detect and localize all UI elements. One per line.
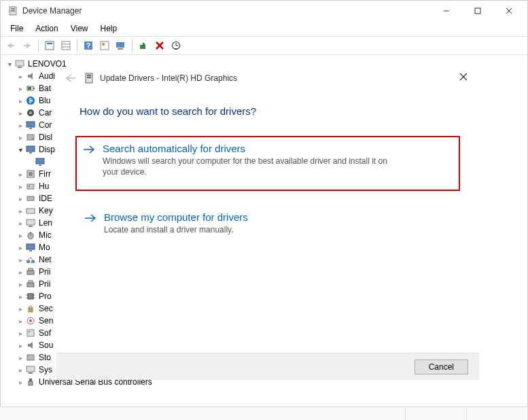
option-search-automatically[interactable]: Search automatically for drivers Windows…: [75, 136, 460, 191]
svg-point-35: [32, 138, 33, 139]
expand-icon[interactable]: ▸: [16, 330, 25, 337]
expand-icon[interactable]: ▸: [16, 354, 25, 362]
svg-line-56: [28, 258, 31, 260]
print-icon: [25, 279, 36, 290]
svg-rect-2: [11, 10, 15, 12]
expand-icon[interactable]: ▸: [16, 73, 25, 80]
print-icon: [25, 266, 36, 277]
expand-icon[interactable]: ▸: [16, 207, 25, 215]
svg-rect-28: [28, 87, 31, 90]
svg-point-43: [29, 186, 30, 187]
expand-icon[interactable]: ▸: [16, 342, 25, 349]
update-driver-button[interactable]: [113, 39, 128, 52]
expand-icon[interactable]: ▸: [16, 379, 25, 386]
expand-icon[interactable]: ▸: [16, 134, 25, 141]
expand-icon[interactable]: ▸: [16, 171, 25, 178]
expand-icon[interactable]: ▸: [16, 293, 25, 300]
svg-rect-58: [27, 270, 34, 275]
menu-action[interactable]: Action: [30, 22, 63, 35]
uninstall-button[interactable]: [152, 39, 167, 52]
software-icon: [25, 328, 36, 338]
properties-button[interactable]: [42, 39, 57, 52]
enable-device-button[interactable]: [136, 39, 151, 52]
expand-icon[interactable]: ▸: [16, 268, 25, 276]
svg-rect-49: [29, 226, 33, 227]
storage-icon: [25, 352, 36, 363]
tree-item-label: Sen: [39, 316, 53, 326]
svg-point-68: [29, 319, 32, 322]
show-hidden-button[interactable]: [97, 39, 112, 52]
option1-desc: Windows will search your computer for th…: [103, 156, 395, 177]
option2-title: Browse my computer for drivers: [104, 211, 248, 223]
tree-item-label: Disl: [39, 133, 52, 142]
help-button[interactable]: ?: [81, 39, 96, 52]
tree-item-label: Blu: [39, 96, 50, 105]
window-title: Device Manager: [22, 6, 431, 16]
dialog-footer: Cancel: [56, 353, 479, 380]
expand-icon[interactable]: ▸: [16, 220, 25, 227]
dialog-back-button[interactable]: [63, 73, 77, 84]
back-button[interactable]: [3, 39, 18, 52]
toolbar: ?: [1, 36, 527, 55]
expand-icon[interactable]: ▸: [16, 109, 25, 117]
scan-hardware-button[interactable]: [169, 39, 183, 52]
svg-rect-19: [118, 48, 123, 50]
expand-icon[interactable]: ▸: [16, 97, 25, 105]
minimize-button[interactable]: [431, 1, 462, 21]
svg-rect-38: [36, 158, 44, 164]
collapse-icon[interactable]: ▾: [5, 60, 14, 68]
computer-icon: [14, 58, 25, 69]
expand-icon[interactable]: ▸: [16, 256, 25, 264]
expand-icon[interactable]: ▸: [16, 317, 25, 325]
tree-item-label: Prii: [39, 267, 50, 277]
sensor-icon: [25, 315, 36, 326]
svg-rect-62: [28, 294, 33, 299]
network-icon: [25, 254, 36, 265]
maximize-button[interactable]: [462, 1, 493, 21]
svg-rect-9: [46, 41, 54, 50]
expand-icon[interactable]: ▸: [16, 281, 25, 288]
tree-item-label: Firr: [39, 169, 51, 179]
tree-item-label: IDE: [39, 194, 52, 203]
usb-icon: [25, 377, 36, 387]
expand-icon[interactable]: ▸: [16, 183, 25, 190]
svg-rect-18: [116, 42, 124, 48]
camera-icon: [25, 107, 36, 118]
svg-line-57: [31, 258, 33, 260]
list-view-button[interactable]: [58, 39, 73, 52]
option2-desc: Locate and install a driver manually.: [104, 224, 248, 235]
svg-rect-8: [24, 45, 31, 46]
menu-help[interactable]: Help: [95, 22, 123, 35]
bluetooth-icon: [25, 95, 36, 106]
cancel-button[interactable]: Cancel: [415, 360, 468, 374]
expand-icon[interactable]: ▸: [16, 195, 25, 203]
expand-icon[interactable]: ▸: [16, 244, 25, 251]
svg-rect-33: [29, 128, 32, 129]
status-bar: [0, 406, 528, 420]
svg-rect-70: [27, 330, 34, 336]
expand-icon[interactable]: ▸: [16, 232, 25, 239]
security-icon: [25, 303, 36, 314]
menu-view[interactable]: View: [65, 22, 94, 35]
svg-rect-44: [27, 196, 34, 200]
expand-icon[interactable]: ▸: [16, 122, 25, 129]
expand-icon[interactable]: ▸: [16, 85, 25, 92]
close-button[interactable]: [493, 1, 525, 21]
display-icon: [35, 156, 46, 167]
svg-rect-39: [39, 164, 41, 166]
forward-button[interactable]: [20, 39, 35, 52]
svg-rect-72: [27, 355, 34, 360]
expand-icon[interactable]: ▸: [16, 366, 25, 374]
tree-item-label: Mo: [39, 243, 50, 252]
expand-icon[interactable]: ▸: [16, 305, 25, 313]
expand-icon[interactable]: ▾: [16, 146, 25, 154]
svg-rect-11: [62, 41, 70, 50]
svg-rect-41: [29, 172, 33, 176]
dialog-close-button[interactable]: [453, 69, 474, 85]
hid-icon: [25, 181, 36, 192]
audio-icon: [25, 71, 36, 82]
svg-rect-76: [29, 381, 33, 385]
option-browse-computer[interactable]: Browse my computer for drivers Locate an…: [77, 205, 459, 243]
menu-file[interactable]: File: [5, 22, 29, 35]
processor-icon: [25, 291, 36, 302]
